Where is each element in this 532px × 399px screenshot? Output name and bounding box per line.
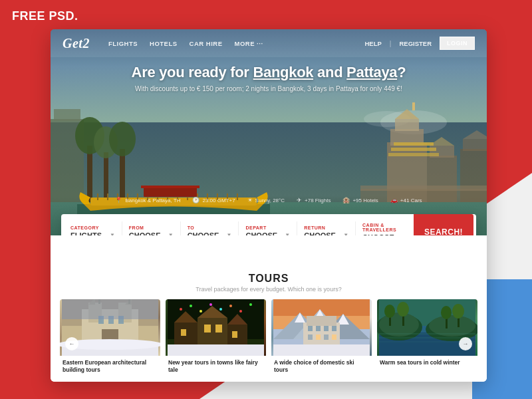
- depart-label: DEPART: [245, 225, 290, 230]
- svg-rect-4: [395, 119, 419, 131]
- tour-prev-arrow-1[interactable]: ←: [65, 337, 78, 350]
- stat-hotels-text: +95 Hotels: [352, 198, 378, 203]
- svg-point-109: [429, 315, 475, 336]
- search-category-field[interactable]: CATEGORY FLIGHTS ▼: [64, 221, 122, 236]
- search-button[interactable]: SEARCH!: [414, 214, 473, 235]
- sun-icon: ☀: [247, 197, 253, 203]
- svg-marker-12: [463, 130, 487, 139]
- search-depart-field[interactable]: DEPART CHOOSE ▼: [239, 221, 297, 236]
- stat-cars-text: +41 Cars: [400, 198, 422, 203]
- depart-value: CHOOSE ▼: [245, 231, 290, 236]
- logo: Get2: [63, 36, 90, 51]
- nav-links: FLIGHTS HOTELS CAR HIRE MORE ···: [108, 40, 365, 47]
- search-cabin-field[interactable]: CABIN & TRAVELLERS CHOOSE ▼: [356, 219, 414, 235]
- svg-point-64: [190, 305, 192, 307]
- stat-flights-text: +78 Flights: [305, 198, 331, 203]
- category-value: FLIGHTS ▼: [70, 231, 115, 236]
- svg-rect-44: [141, 186, 200, 188]
- nav-register[interactable]: REGISTER: [399, 40, 432, 47]
- tour-img-4: →: [377, 299, 477, 356]
- return-value: CHOOSE ▼: [304, 231, 348, 236]
- svg-rect-81: [168, 344, 264, 356]
- svg-rect-94: [316, 326, 321, 331]
- svg-rect-17: [388, 153, 439, 156]
- tour-label-1: Eastern European architectural building …: [60, 356, 160, 374]
- svg-point-63: [180, 308, 182, 311]
- svg-rect-97: [308, 334, 313, 340]
- tours-grid: ← Eastern European architectural buildin…: [51, 299, 487, 376]
- svg-rect-19: [54, 109, 80, 121]
- plane-icon: ✈: [297, 197, 302, 203]
- main-card: Get2 FLIGHTS HOTELS CAR HIRE MORE ··· HE…: [51, 29, 487, 382]
- search-bar: CATEGORY FLIGHTS ▼ FROM CHOOSE ▼ TO CHOO…: [61, 214, 476, 235]
- clock-icon: 🕐: [192, 197, 200, 203]
- from-chevron: ▼: [168, 232, 174, 235]
- svg-point-70: [249, 303, 252, 306]
- nav-right: HELP | REGISTER LOGIN: [364, 37, 475, 50]
- nav-car-hire[interactable]: CAR HIRE: [190, 40, 223, 47]
- nav-help[interactable]: HELP: [364, 40, 381, 47]
- tour-card-3[interactable]: A wide choice of domestic ski tours: [271, 299, 372, 376]
- return-label: RETURN: [304, 225, 348, 230]
- svg-rect-11: [463, 139, 487, 151]
- search-from-field[interactable]: FROM CHOOSE ▼: [122, 221, 181, 236]
- nav-divider: |: [390, 40, 392, 47]
- stat-weather-text: Sunny, 28°C: [255, 198, 285, 203]
- svg-rect-79: [215, 325, 222, 332]
- svg-rect-15: [394, 142, 434, 146]
- tours-section: TOURS Travel packages for every budget. …: [51, 250, 487, 382]
- to-chevron: ▼: [227, 232, 232, 235]
- svg-rect-99: [324, 334, 329, 340]
- nav-hotels[interactable]: HOTELS: [150, 40, 178, 47]
- hero-subtitle: With discounts up to € 150 per room; 2 n…: [51, 85, 487, 92]
- tour-card-4[interactable]: → Warm sea tours in cold winter: [377, 299, 477, 376]
- hero-city1: Bangkok: [253, 64, 313, 80]
- cabin-value: CHOOSE ▼: [362, 233, 407, 235]
- svg-point-69: [239, 310, 242, 313]
- tour-next-arrow-4[interactable]: →: [459, 337, 472, 350]
- free-psd-label: FREE PSD.: [12, 9, 78, 23]
- stat-location-text: Bangkok & Pattaya, TH: [125, 198, 180, 203]
- svg-point-66: [209, 303, 212, 306]
- tour-img-1: ←: [60, 299, 160, 356]
- from-value: CHOOSE ▼: [129, 231, 174, 236]
- cabin-chevron: ▼: [402, 235, 407, 236]
- car-icon: 🚗: [390, 197, 398, 203]
- stat-weather: ☀ Sunny, 28°C: [247, 197, 285, 203]
- stat-hotels: 🏨 +95 Hotels: [342, 197, 378, 203]
- svg-point-67: [219, 308, 222, 311]
- hero-title-pre: Are you ready for: [132, 64, 253, 80]
- svg-point-111: [384, 305, 395, 318]
- category-chevron: ▼: [110, 232, 115, 235]
- hero-title-mid: and: [313, 64, 346, 80]
- svg-rect-73: [198, 318, 227, 346]
- nav-login-button[interactable]: LOGIN: [440, 37, 475, 50]
- svg-rect-98: [316, 334, 321, 340]
- hero-stats-bar: 📍 Bangkok & Pattaya, TH 🕐 23:00 GMT+7 ☀ …: [51, 197, 487, 203]
- svg-rect-77: [181, 329, 186, 336]
- tour-scene-3: [271, 299, 372, 356]
- svg-rect-6: [412, 102, 415, 110]
- svg-rect-100: [332, 334, 336, 340]
- hero-city2: Pattaya: [346, 64, 397, 80]
- tour-card-1[interactable]: ← Eastern European architectural buildin…: [60, 299, 160, 376]
- stat-flights: ✈ +78 Flights: [297, 197, 331, 203]
- search-to-field[interactable]: TO CHOOSE ▼: [181, 221, 239, 236]
- tour-card-2[interactable]: New year tours in towns like fairy tale: [166, 299, 266, 376]
- hero-section: Get2 FLIGHTS HOTELS CAR HIRE MORE ··· HE…: [51, 29, 487, 235]
- hero-title: Are you ready for Bangkok and Pattaya?: [51, 64, 487, 81]
- svg-rect-60: [62, 299, 158, 319]
- svg-point-68: [229, 305, 232, 307]
- tour-label-3: A wide choice of domestic ski tours: [271, 356, 372, 374]
- hotel-icon: 🏨: [342, 197, 350, 203]
- search-return-field[interactable]: RETURN CHOOSE ▼: [297, 221, 356, 236]
- stat-time-text: 23:00 GMT+7: [202, 198, 235, 203]
- category-label: CATEGORY: [70, 225, 115, 230]
- stat-cars: 🚗 +41 Cars: [390, 197, 422, 203]
- nav-flights[interactable]: FLIGHTS: [108, 40, 138, 47]
- svg-rect-14: [360, 186, 487, 191]
- return-chevron: ▼: [343, 232, 348, 235]
- nav-more[interactable]: MORE ···: [234, 40, 263, 47]
- cabin-label: CABIN & TRAVELLERS: [362, 223, 407, 232]
- svg-rect-92: [307, 316, 336, 326]
